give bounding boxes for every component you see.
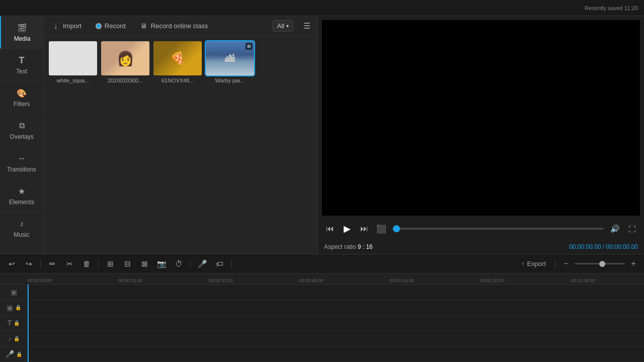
recently-saved-label: Recently saved 11:20	[585, 5, 638, 11]
aspect-ratio-value: 9 : 16	[358, 243, 373, 250]
sidebar-label-overlays: Overlays	[10, 133, 33, 140]
crop-button[interactable]: ⊞	[104, 257, 117, 270]
zoom-slider[interactable]	[575, 263, 625, 264]
fit-button[interactable]: ⊟	[121, 257, 134, 270]
stop-button[interactable]: ⬛	[375, 223, 387, 235]
record-online-label: Record online class	[151, 22, 208, 30]
sidebar-label-media: Media	[14, 35, 31, 42]
sidebar-item-transitions[interactable]: ↔ Transitions	[0, 147, 43, 179]
sidebar-label-filters: Filters	[14, 101, 30, 108]
track-row-text	[28, 316, 644, 331]
media-icon: 🎬	[17, 22, 28, 33]
preview-timeline-slider[interactable]	[392, 228, 604, 230]
sidebar-item-elements[interactable]: ★ Elements	[0, 179, 43, 212]
ruler-marks: 00:00:00.00 00:00:16.00 00:00:32.00 00:0…	[28, 274, 644, 284]
media-thumb-video2: 🍕	[153, 41, 202, 75]
sidebar-item-text[interactable]: T Text	[0, 49, 43, 81]
text-icon: T	[16, 55, 27, 66]
record-button[interactable]: Record	[93, 20, 129, 32]
record-online-button[interactable]: 🖥 Record online class	[137, 20, 211, 32]
zoom-slider-thumb	[599, 261, 605, 267]
text-track-icon: T	[8, 319, 12, 327]
main-area: 🎬 Media T Text 🎨 Filters ⧉ Overlays ↔ Tr…	[0, 16, 644, 254]
import-icon: ↓	[52, 22, 60, 30]
elements-icon: ★	[16, 186, 27, 197]
overlays-icon: ⧉	[16, 120, 27, 131]
step-back-button[interactable]: ⏮	[324, 223, 336, 235]
undo-button[interactable]: ↩	[5, 257, 18, 270]
play-button[interactable]: ▶	[341, 223, 353, 235]
sidebar-label-elements: Elements	[9, 199, 34, 206]
sidebar-label-text: Text	[16, 68, 27, 75]
timer-button[interactable]: ⏱	[172, 257, 185, 270]
sidebar-label-music: Music	[14, 231, 29, 238]
track-row-voiceover	[28, 346, 644, 362]
track-row-audio	[28, 331, 644, 346]
timeline-section: ↩ ↪ ✏ ✂ 🗑 ⊞ ⊟ ⊠ 📷 ⏱ 🎤 🏷 ↑ Export － ＋	[0, 254, 644, 362]
snapshot-button[interactable]: 📷	[155, 257, 168, 270]
media-label-video1: 2020020300...	[101, 77, 149, 83]
ruler-mark-5: 00:01:20.00	[480, 278, 571, 284]
fullscreen-button[interactable]: ⛶	[626, 223, 638, 235]
preview-canvas	[432, 31, 530, 205]
export-icon: ↑	[521, 260, 525, 267]
zoom-controls: － ＋	[560, 258, 639, 269]
voiceover-track-icon: 🎤	[6, 350, 14, 358]
video-track-icon: ▣	[11, 288, 17, 296]
text-lock-icon: 🔒	[14, 320, 20, 326]
media-label-white-square: white_squa...	[49, 77, 97, 83]
toolbar-divider-2	[98, 259, 99, 269]
aspect-ratio-label: Aspect ratio 9 : 16	[324, 243, 373, 250]
grid-button[interactable]: ⊠	[138, 257, 151, 270]
record-online-icon: 🖥	[140, 22, 148, 30]
sidebar-item-music[interactable]: ♪ Music	[0, 212, 43, 245]
voiceover-button[interactable]: 🎤	[196, 257, 209, 270]
timeline-ruler: 00:00:00.00 00:00:16.00 00:00:32.00 00:0…	[0, 274, 644, 285]
scissors-button[interactable]: ✂	[63, 257, 76, 270]
volume-button[interactable]: 🔊	[609, 223, 621, 235]
current-timecode: 00:00:00.00	[569, 243, 601, 250]
audio-lock-icon: 🔒	[14, 336, 20, 341]
media-item-video1[interactable]: 👩 2020020300...	[101, 41, 149, 83]
tag-button[interactable]: 🏷	[213, 257, 226, 270]
filters-icon: 🎨	[16, 87, 27, 99]
toolbar-divider-3	[190, 259, 191, 269]
track-label-audio: ♪ 🔒	[0, 331, 27, 346]
track-labels: ▣ ▣ 🔒 T 🔒 ♪ 🔒 🎤 🔒	[0, 285, 28, 362]
zoom-in-button[interactable]: ＋	[628, 258, 639, 269]
track-label-voiceover: 🎤 🔒	[0, 346, 27, 362]
sidebar: 🎬 Media T Text 🎨 Filters ⧉ Overlays ↔ Tr…	[0, 16, 44, 254]
sidebar-item-overlays[interactable]: ⧉ Overlays	[0, 114, 43, 147]
chevron-down-icon: ▾	[286, 23, 289, 29]
ruler-mark-6: 00:01:36.00	[571, 278, 644, 284]
media-item-video2[interactable]: 🍕 61NOVX4fi...	[153, 41, 202, 83]
track-content	[28, 285, 644, 362]
sidebar-label-transitions: Transitions	[7, 166, 36, 173]
music-icon: ♪	[16, 218, 27, 229]
step-forward-button[interactable]: ⏭	[358, 223, 370, 235]
redo-button[interactable]: ↪	[22, 257, 35, 270]
preview-info-bar: Aspect ratio 9 : 16 00:00:00.00 / 00:00:…	[318, 240, 644, 254]
zoom-out-button[interactable]: －	[560, 258, 572, 269]
toolbar-divider-4	[231, 259, 231, 269]
record-icon	[96, 23, 102, 29]
toolbar-divider-1	[40, 259, 41, 269]
pen-button[interactable]: ✏	[46, 257, 59, 270]
top-header: Recently saved 11:20	[0, 0, 644, 16]
total-timecode: 00:00:00.00	[606, 243, 638, 250]
media-item-video3[interactable]: 🏙 ⊞ Warby par...	[206, 41, 254, 83]
sidebar-item-filters[interactable]: 🎨 Filters	[0, 81, 43, 114]
overlay-track-icon: ▣	[7, 304, 13, 312]
transitions-icon: ↔	[16, 153, 27, 164]
export-button[interactable]: ↑ Export	[517, 258, 550, 269]
media-thumb-video1: 👩	[101, 41, 149, 75]
media-filter-select[interactable]: All ▾	[273, 20, 293, 32]
import-button[interactable]: ↓ Import	[49, 20, 85, 32]
preview-panel: ⏮ ▶ ⏭ ⬛ 🔊 ⛶ Aspect ratio 9 : 16 00:00:00…	[318, 16, 644, 254]
media-item-white-square[interactable]: white_squa...	[49, 41, 97, 83]
delete-button[interactable]: 🗑	[80, 257, 93, 270]
media-panel: ↓ Import Record 🖥 Record online class Al…	[44, 16, 318, 254]
timeline-toolbar: ↩ ↪ ✏ ✂ 🗑 ⊞ ⊟ ⊠ 📷 ⏱ 🎤 🏷 ↑ Export － ＋	[0, 254, 644, 274]
list-view-button[interactable]: ☰	[301, 19, 312, 33]
sidebar-item-media[interactable]: 🎬 Media	[0, 16, 43, 49]
